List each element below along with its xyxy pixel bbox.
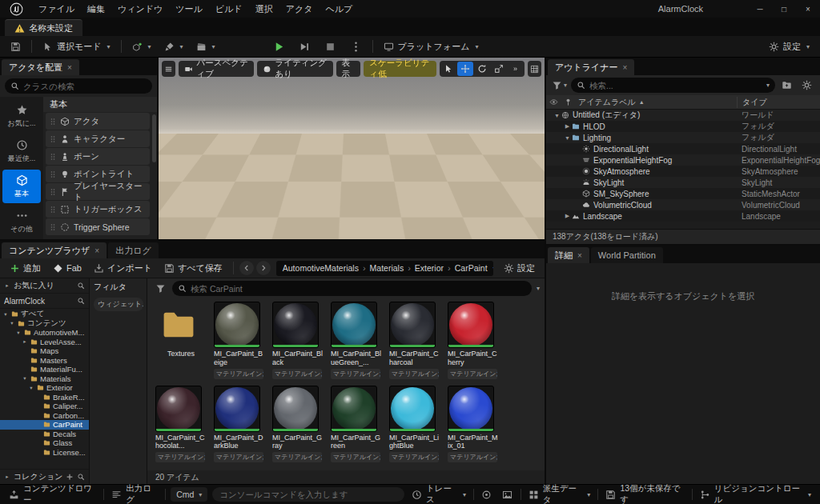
content-drawer-button[interactable]: コンテンツドロワー — [6, 483, 98, 504]
outliner-row[interactable]: ▶HLODフォルダ — [546, 121, 820, 132]
scalability-warning-button[interactable]: スケーラビリティ低 — [364, 61, 436, 77]
select-tool-button[interactable] — [440, 62, 456, 76]
import-button[interactable]: インポート — [89, 260, 157, 276]
grid-snap-button[interactable] — [528, 61, 541, 77]
favorites-row[interactable]: ▸ お気に入り — [0, 278, 89, 294]
class-search-input[interactable] — [23, 82, 147, 91]
place-category-cube[interactable]: 基本 — [2, 170, 41, 203]
item-label-column-header[interactable]: アイテムラベル ▲ — [575, 97, 737, 108]
search-icon[interactable] — [77, 282, 85, 290]
folder-tree-item[interactable]: Decals — [0, 430, 89, 439]
folder-tree-item[interactable]: ▸LevelAsse... — [0, 338, 89, 347]
platforms-dropdown[interactable]: プラットフォーム ▾ — [378, 38, 484, 55]
outliner-row[interactable]: ▼Untitled (エディタ)ワールド — [546, 110, 820, 121]
close-button[interactable]: × — [796, 0, 820, 18]
collections-row[interactable]: ▸ コレクション — [0, 469, 89, 484]
trace-button[interactable]: トレース ▾ — [409, 483, 468, 504]
place-category-dots[interactable]: その他 — [2, 205, 41, 238]
project-filter-row[interactable]: AlarmClock — [0, 294, 89, 309]
asset-folder[interactable]: Textures — [155, 302, 207, 381]
add-collection-icon[interactable] — [66, 473, 74, 481]
expander-icon[interactable]: ▼ — [553, 113, 561, 118]
close-icon[interactable]: × — [577, 251, 582, 260]
asset-material-instance[interactable]: MI_CarPaint_BlueGreen_...マテリアルインスタ... — [331, 302, 382, 381]
pin-column-header[interactable] — [561, 98, 575, 106]
settings-dropdown[interactable]: 設定 ▾ — [763, 38, 815, 55]
close-icon[interactable]: × — [94, 246, 99, 255]
outliner-row[interactable]: ExponentialHeightFogExponentialHeightFog — [546, 154, 820, 166]
outliner-settings-button[interactable] — [798, 78, 815, 93]
place-actor-item[interactable]: Trigger Sphere — [46, 218, 150, 235]
close-icon[interactable]: × — [67, 63, 72, 72]
output-log-button[interactable]: 出力ログ — [109, 483, 160, 504]
add-folder-button[interactable] — [778, 78, 795, 93]
outliner-row[interactable]: SkyAtmosphereSkyAtmosphere — [546, 166, 820, 177]
play-options-button[interactable] — [344, 38, 368, 55]
menu-item-2[interactable]: ウィンドウ — [111, 0, 169, 18]
move-tool-button[interactable] — [457, 62, 473, 76]
asset-material-instance[interactable]: MI_CarPaint_Blackマテリアルインスタ... — [272, 302, 324, 381]
expander-icon[interactable]: ▾ — [28, 385, 34, 391]
place-actor-item[interactable]: トリガーボックス — [46, 201, 150, 218]
cmd-dropdown[interactable]: Cmd ▾ — [171, 487, 207, 502]
folder-tree-item[interactable]: MaterialFu... — [0, 365, 89, 374]
scale-tool-button[interactable] — [491, 62, 507, 76]
expander-icon[interactable]: ▸ — [22, 338, 28, 345]
folder-tree-item[interactable]: BrakeR... — [0, 393, 89, 402]
asset-material-instance[interactable]: MI_CarPaint_Charcoalマテリアルインスタ... — [389, 302, 440, 381]
history-back-button[interactable] — [239, 261, 254, 275]
unsaved-files-button[interactable]: 13個が未保存です — [603, 483, 686, 504]
folder-tree-item[interactable]: CarPaint — [0, 420, 89, 430]
folder-tree-item[interactable]: Carbon... — [0, 411, 89, 421]
filter-chip[interactable]: ウィジェット... — [94, 298, 143, 311]
show-dropdown[interactable]: 表示 — [336, 61, 361, 77]
rotate-tool-button[interactable] — [474, 62, 490, 76]
add-button[interactable]: 追加 — [5, 260, 46, 276]
outliner-row[interactable]: SM_SkySphereStaticMeshActor — [546, 188, 820, 199]
breadcrumb-item[interactable]: AutomotiveMaterials — [283, 263, 359, 273]
outliner-filter-button[interactable]: ▾ — [551, 78, 568, 93]
folder-tree-item[interactable]: Masters — [0, 356, 89, 366]
expander-icon[interactable]: ▶ — [563, 213, 572, 219]
modes-dropdown-button[interactable]: ▾ — [159, 38, 189, 55]
save-all-button[interactable]: すべて保存 — [159, 260, 227, 276]
level-tab[interactable]: 名称未設定 — [5, 19, 82, 36]
level-viewport[interactable]: Y X Z パースペクティブ ライティングあり — [159, 58, 545, 239]
outliner-tab[interactable]: アウトライナー × — [548, 59, 634, 75]
asset-material-instance[interactable]: MI_CarPaint_Beigeマテリアルインスタ... — [214, 302, 265, 381]
console-input-box[interactable] — [212, 487, 404, 502]
perspective-dropdown[interactable]: パースペクティブ — [179, 61, 254, 77]
visibility-column-header[interactable] — [546, 98, 561, 106]
place-actor-item[interactable]: プレイヤースタート — [46, 183, 150, 200]
save-button[interactable] — [5, 38, 26, 55]
ambient-sound-billboard[interactable] — [340, 149, 352, 162]
expander-icon[interactable]: ▾ — [15, 330, 22, 336]
search-icon[interactable] — [77, 473, 85, 481]
menu-item-3[interactable]: ツール — [169, 0, 209, 18]
outliner-row[interactable]: SkyLightSkyLight — [546, 177, 820, 188]
outliner-row[interactable]: VolumetricCloudVolumetricCloud — [546, 199, 820, 210]
asset-material-instance[interactable]: MI_CarPaint_LightBlueマテリアルインスタ... — [389, 386, 440, 465]
menu-item-7[interactable]: ヘルプ — [319, 0, 359, 18]
breadcrumb-item[interactable]: CarPaint — [455, 263, 488, 273]
outliner-row[interactable]: ▼Lightingフォルダ — [546, 132, 820, 143]
scrollbar[interactable] — [152, 114, 156, 162]
asset-material-instance[interactable]: MI_CarPaint_Greenマテリアルインスタ... — [331, 386, 382, 465]
place-category-clock[interactable]: 最近使... — [2, 134, 41, 168]
expander-icon[interactable]: ▶ — [563, 123, 572, 130]
output-log-tab[interactable]: 出力ログ — [108, 242, 159, 258]
folder-tree-item[interactable]: Glass — [0, 438, 89, 448]
outliner-row[interactable]: DirectionalLightDirectionalLight — [546, 143, 820, 154]
place-actor-item[interactable]: アクタ — [46, 113, 150, 130]
folder-tree-item[interactable]: ▾Exterior — [0, 383, 89, 393]
outliner-row[interactable]: ▶LandscapeLandscape — [546, 210, 820, 222]
cinematics-button[interactable]: ▾ — [191, 38, 221, 55]
asset-material-instance[interactable]: MI_CarPaint_Grayマテリアルインスタ... — [272, 386, 324, 465]
details-tab[interactable]: 詳細 × — [548, 247, 589, 263]
stop-button[interactable] — [319, 38, 342, 55]
breadcrumb-item[interactable]: Materials — [370, 263, 404, 273]
translate-gizmo-z-axis[interactable] — [352, 210, 353, 222]
search-icon[interactable] — [77, 297, 85, 305]
expander-icon[interactable]: ▾ — [2, 311, 9, 318]
history-forward-button[interactable] — [256, 261, 271, 275]
